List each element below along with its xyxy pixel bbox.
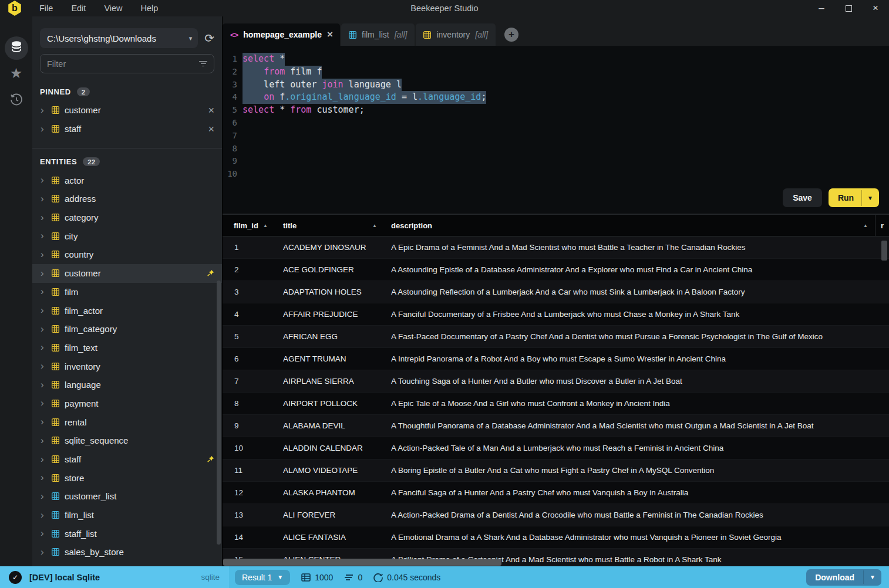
table-row[interactable]: 14ALICE FANTASIAA Emotional Drama of a A… (223, 526, 889, 549)
chevron-right-icon[interactable]: › (41, 106, 46, 114)
sidebar-item-category[interactable]: ›category (32, 208, 222, 227)
refresh-icon[interactable]: ⟳ (204, 32, 214, 44)
column-header-description[interactable]: description ▲ (385, 215, 875, 236)
close-tab-icon[interactable]: × (327, 29, 333, 40)
sidebar-item-city[interactable]: ›city (32, 227, 222, 245)
chevron-right-icon[interactable]: › (41, 399, 46, 407)
chevron-right-icon[interactable]: › (41, 125, 46, 133)
code-line[interactable]: 7 (223, 130, 889, 143)
chevron-right-icon[interactable]: › (41, 511, 46, 519)
table-row[interactable]: 2ACE GOLDFINGERA Astounding Epistle of a… (223, 259, 889, 281)
chevron-right-icon[interactable]: › (41, 529, 46, 538)
sidebar-item-staff_list[interactable]: ›staff_list (32, 524, 222, 543)
table-row[interactable]: 1ACADEMY DINOSAURA Epic Drama of a Femin… (223, 236, 889, 259)
result-selector[interactable]: Result 1 ▼ (235, 570, 290, 585)
favorites-tab-button[interactable]: ★ (10, 66, 23, 81)
chevron-right-icon[interactable]: › (41, 176, 46, 184)
download-button[interactable]: Download ▼ (806, 569, 881, 586)
code-line[interactable]: 2 from film f (223, 66, 889, 79)
chevron-right-icon[interactable]: › (41, 418, 46, 426)
table-row[interactable]: 5AFRICAN EGGA Fast-Paced Documentary of … (223, 326, 889, 348)
chevron-right-icon[interactable]: › (41, 492, 46, 501)
pin-icon[interactable] (207, 455, 214, 463)
menu-file[interactable]: File (39, 4, 53, 13)
sidebar-item-payment[interactable]: ›payment (32, 394, 222, 413)
chevron-right-icon[interactable]: › (41, 251, 46, 259)
table-row[interactable]: 4AFFAIR PREJUDICEA Fanciful Documentary … (223, 303, 889, 326)
chevron-right-icon[interactable]: › (41, 343, 46, 352)
pinned-item-customer[interactable]: ›customer× (32, 101, 222, 120)
unpin-icon[interactable]: × (208, 124, 214, 134)
table-row[interactable]: 8AIRPORT POLLOCKA Epic Tale of a Moose A… (223, 393, 889, 415)
table-row[interactable]: 12ALASKA PHANTOMA Fanciful Saga of a Hun… (223, 482, 889, 504)
sql-editor[interactable]: 1select *2 from film f3 left outer join … (223, 46, 889, 215)
sidebar-item-film[interactable]: ›film (32, 283, 222, 302)
code-line[interactable]: 10 (223, 168, 889, 181)
maximize-button[interactable] (835, 0, 862, 16)
sidebar-item-country[interactable]: ›country (32, 245, 222, 264)
menu-help[interactable]: Help (141, 4, 159, 13)
sidebar-item-language[interactable]: ›language (32, 376, 222, 394)
filter-input[interactable] (47, 59, 199, 69)
history-tab-button[interactable] (9, 93, 23, 109)
column-header-title[interactable]: title ▲ (272, 221, 385, 230)
save-button[interactable]: Save (783, 188, 822, 207)
tab-homepage_example[interactable]: <>homepage_example× (223, 23, 340, 46)
run-button[interactable]: Run ▼ (829, 188, 879, 207)
column-header-partial[interactable]: r (875, 221, 889, 230)
chevron-right-icon[interactable]: › (41, 195, 46, 203)
menu-view[interactable]: View (104, 4, 122, 13)
run-dropdown-caret[interactable]: ▼ (861, 190, 879, 206)
table-row[interactable]: 7AIRPLANE SIERRAA Touching Saga of a Hun… (223, 370, 889, 393)
chevron-right-icon[interactable]: › (41, 548, 46, 556)
sidebar-item-customer[interactable]: ›customer (32, 264, 222, 283)
sidebar-item-film_text[interactable]: ›film_text (32, 339, 222, 357)
chevron-right-icon[interactable]: › (41, 362, 46, 370)
tab-inventory[interactable]: inventory [all] (416, 23, 496, 46)
table-row[interactable]: 9ALABAMA DEVILA Thoughtful Panorama of a… (223, 415, 889, 437)
sidebar-item-address[interactable]: ›address (32, 190, 222, 208)
pin-icon[interactable] (207, 269, 214, 277)
sidebar-item-film_actor[interactable]: ›film_actor (32, 301, 222, 320)
sidebar-item-film_list[interactable]: ›film_list (32, 506, 222, 525)
chevron-right-icon[interactable]: › (41, 437, 46, 445)
chevron-right-icon[interactable]: › (41, 288, 46, 296)
code-line[interactable]: 1select * (223, 53, 889, 66)
chevron-right-icon[interactable]: › (41, 474, 46, 482)
sidebar-item-staff[interactable]: ›staff (32, 450, 222, 469)
code-line[interactable]: 3 left outer join language l (223, 79, 889, 92)
minimize-button[interactable]: – (808, 0, 835, 16)
pinned-item-staff[interactable]: ›staff× (32, 120, 222, 138)
chevron-right-icon[interactable]: › (41, 232, 46, 240)
horizontal-scrollbar[interactable] (223, 559, 501, 566)
table-row[interactable]: 10ALADDIN CALENDARA Action-Packed Tale o… (223, 437, 889, 459)
code-line[interactable]: 4 on f.original_language_id = l.language… (223, 91, 889, 104)
vertical-scrollbar[interactable] (881, 241, 887, 261)
sidebar-scrollbar[interactable] (217, 281, 221, 545)
table-row[interactable]: 13ALI FOREVERA Action-Packed Drama of a … (223, 504, 889, 526)
connection-select[interactable]: C:\Users\ghstng\Downloads ▾ (40, 28, 198, 48)
close-window-button[interactable]: × (862, 0, 889, 16)
run-button-label[interactable]: Run (829, 188, 861, 207)
table-row[interactable]: 11ALAMO VIDEOTAPEA Boring Epistle of a B… (223, 459, 889, 482)
sidebar-item-rental[interactable]: ›rental (32, 413, 222, 431)
download-dropdown-caret[interactable]: ▼ (863, 570, 881, 584)
table-row[interactable]: 6AGENT TRUMANA Intrepid Panorama of a Ro… (223, 348, 889, 370)
menu-edit[interactable]: Edit (71, 4, 86, 13)
database-tab-button[interactable] (5, 36, 28, 60)
sidebar-item-store[interactable]: ›store (32, 468, 222, 487)
sidebar-item-film_category[interactable]: ›film_category (32, 320, 222, 339)
code-line[interactable]: 8 (223, 143, 889, 156)
chevron-right-icon[interactable]: › (41, 214, 46, 222)
code-line[interactable]: 9 (223, 155, 889, 168)
table-row[interactable]: 3ADAPTATION HOLESA Astounding Reflection… (223, 281, 889, 303)
chevron-right-icon[interactable]: › (41, 455, 46, 464)
chevron-right-icon[interactable]: › (41, 306, 46, 315)
new-tab-button[interactable]: + (504, 28, 518, 42)
chevron-right-icon[interactable]: › (41, 269, 46, 278)
sidebar-item-inventory[interactable]: ›inventory (32, 357, 222, 376)
chevron-right-icon[interactable]: › (41, 381, 46, 389)
sidebar-item-sqlite_sequence[interactable]: ›sqlite_sequence (32, 431, 222, 450)
sidebar-item-customer_list[interactable]: ›customer_list (32, 487, 222, 506)
code-line[interactable]: 5select * from customer; (223, 104, 889, 117)
